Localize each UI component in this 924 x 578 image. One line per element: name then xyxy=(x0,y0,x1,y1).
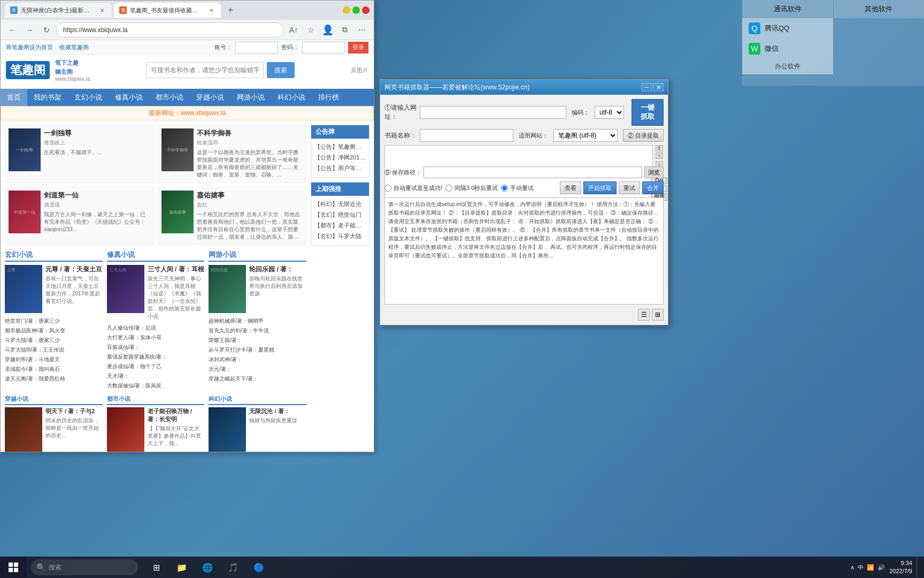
show-desktop-btn[interactable] xyxy=(917,557,920,578)
nav-dushi[interactable]: 都市小说 xyxy=(149,89,190,106)
grid-view-btn[interactable]: ⊞ xyxy=(652,309,664,321)
taskbar-browser-btn[interactable]: 🌐 xyxy=(196,557,219,578)
xiuzhen-list-item-1[interactable]: 凡人修仙传/著：忘语 xyxy=(107,323,205,333)
translate-btn[interactable]: A↑ xyxy=(286,22,301,37)
nav-xuanhuan[interactable]: 玄幻小说 xyxy=(68,89,109,106)
dushi-main[interactable]: 老子能召唤万物 / 著：长安明 【【"脑洞大开"证文大奖赛】参赛作品】叫贯天上下… xyxy=(107,407,205,452)
xuanhuan-list-item-5[interactable]: 穿越剑帝/著：斗地遮天 xyxy=(5,355,103,364)
bookname-input[interactable] xyxy=(420,129,513,142)
account-input[interactable] xyxy=(235,42,278,54)
site-select[interactable]: 笔趣阁 (utf-8) xyxy=(553,129,618,142)
book-card-4[interactable]: 嘉佑嬉事 嘉佑嬉事 血红 一个相互比烂的世界 总有人不欠甘，而他总想着善良和他们… xyxy=(158,187,306,245)
xiuzhen-list-item-6[interactable]: 天才/著： xyxy=(107,371,205,381)
browser-maximize[interactable] xyxy=(352,6,360,14)
book-card-2[interactable]: 不科学御兽 不科学御兽 铃泉流哔 这是一个以御兽为主道的异界世。当时宇携带技能面… xyxy=(158,125,306,182)
tray-arrow[interactable]: ∧ xyxy=(850,564,854,571)
xiuzhen-list-item-4[interactable]: 最强反套路穿越系统/著： xyxy=(107,352,205,362)
wangyou-list-item-5[interactable]: 冰封武神/著： xyxy=(209,355,306,364)
forward-button[interactable]: → xyxy=(22,22,37,37)
xuanhuan-list-item-4[interactable]: 斗罗大陆III/著：王王传说 xyxy=(5,345,103,355)
start-fetch-btn[interactable]: 开始抓取 xyxy=(583,181,617,194)
xuanhuan-list-item-7[interactable]: 凌天元阁/著：我爱西红柿 xyxy=(5,374,103,384)
taskbar-view-btn[interactable]: ⊞ xyxy=(144,557,168,578)
more-btn[interactable]: ⋯ xyxy=(355,22,369,37)
nav-rank[interactable]: 排行榜 xyxy=(312,89,345,106)
clock[interactable]: 9:34 2022/7/9 xyxy=(889,559,912,576)
encoding-select[interactable]: utf-8 xyxy=(595,106,624,119)
rec-item-2[interactable]: 【玄幻】绝世仙门 xyxy=(314,210,366,220)
query-btn[interactable]: 查看 xyxy=(560,181,581,194)
xuanhuan-list-item-2[interactable]: 都市极品医神/著：风火变 xyxy=(5,326,103,336)
manual-retry-radio[interactable] xyxy=(501,185,508,192)
taskbar-music-btn[interactable]: 🎵 xyxy=(221,557,245,578)
url-input[interactable] xyxy=(420,106,566,119)
toolbar2-item-2[interactable]: 收藏笔趣阁 xyxy=(59,43,89,51)
merge-btn[interactable]: 合并 xyxy=(642,181,664,194)
taskbar-edge-btn[interactable]: 🔵 xyxy=(247,557,271,578)
announce-item-2[interactable]: 【公告】净网2014，查... xyxy=(314,153,366,163)
xuanhuan-list-item-6[interactable]: 圣域茹今/著：我叫南石 xyxy=(5,364,103,374)
chuanyue-main[interactable]: 明天下 / 著：子与2 明末的历史的乱混杂，朝称是一段由一世开始的历史... xyxy=(5,407,103,452)
login-button[interactable]: 登录 xyxy=(348,42,368,54)
website-content[interactable]: 笔趣阁 笔下之趣幽玄阁 www.biquwx.la 搜索 原图片 xyxy=(1,55,374,452)
announce-item-3[interactable]: 【公告】用户等级以及... xyxy=(314,163,366,174)
xuanhuan-list-item-3[interactable]: 斗罗大陆/著：唐家三少 xyxy=(5,336,103,345)
new-tab-button[interactable]: + xyxy=(223,3,238,18)
tab-2[interactable]: 笔 笔趣阁_书友最值得收藏的网络... ✕ xyxy=(114,3,221,18)
kehuan-main[interactable]: 无限沉沦 / 著： 钱财与拘留疾患重症 xyxy=(209,407,306,452)
address-bar[interactable] xyxy=(56,22,284,37)
wangyou-list-item-2[interactable]: 首充九元的剑/著：牛牛流 xyxy=(209,326,306,336)
rec-item-4[interactable]: 【玄幻】斗罗大陆 xyxy=(314,231,366,242)
password-input[interactable] xyxy=(302,42,345,54)
xuanhuan-list-item-1[interactable]: 绝世世门/著：唐家三少 xyxy=(5,316,103,326)
taskbar-file-btn[interactable]: 📁 xyxy=(170,557,194,578)
browser-close[interactable] xyxy=(362,6,369,14)
tab-1[interactable]: B 无限神座(白农学士)最新章节无... ✕ xyxy=(5,3,112,18)
rec-item-1[interactable]: 【科幻】无限近沦 xyxy=(314,199,366,210)
xiuzhen-list-item-7[interactable]: 大数据修仙/著：陈风笑 xyxy=(107,381,205,391)
rec-item-3[interactable]: 【都市】老子能召唤万物 xyxy=(314,220,366,231)
search-input[interactable] xyxy=(146,62,264,78)
wangyou-list-item-6[interactable]: 次元/著： xyxy=(209,364,306,374)
list-view-btn[interactable]: ☰ xyxy=(638,309,650,321)
tab1-close[interactable]: ✕ xyxy=(98,6,106,14)
retry-btn[interactable]: 重试 xyxy=(619,181,640,194)
xiuzhen-list-item-2[interactable]: 大打更人/著：实体小哥 xyxy=(107,333,205,343)
interval-retry-radio[interactable] xyxy=(445,185,452,192)
browser-minimize[interactable] xyxy=(343,6,350,14)
xiuzhen-main-book[interactable]: 三寸人间 三寸人间 / 著：耳根 踩先三尺无神明，事心三寸人间，我是耳根《仙逆》… xyxy=(107,265,205,320)
book-card-3[interactable]: 剑道第一仙 剑道第一仙 滴漂瑶 我是万古人间一剑修，诸天之上第一仙，已有完本作品… xyxy=(5,187,153,245)
one-click-btn[interactable]: 一键抓取 xyxy=(632,99,664,126)
wangyou-main-book[interactable]: 轮回乐园 轮回乐园 / 著： 苏晚与轮回乐园在线世界与执行后利用后添加资源 xyxy=(209,265,306,313)
start-button[interactable] xyxy=(0,557,27,578)
search-button[interactable]: 搜索 xyxy=(267,62,295,78)
taskbar-search[interactable]: 🔍 搜索 xyxy=(31,559,138,575)
wangyou-list-item-7[interactable]: 穿越之崛起天下/著： xyxy=(209,374,306,384)
wangyou-list-item-4[interactable]: 从斗罗开打沙卡/著：夏星精 xyxy=(209,345,306,355)
wechat-item[interactable]: W 微信 xyxy=(742,39,833,59)
nav-shelf[interactable]: 我的书架 xyxy=(27,89,68,106)
auto-retry-radio[interactable] xyxy=(384,185,391,192)
bookmark-btn[interactable]: ☆ xyxy=(303,22,318,37)
xiuzhen-list-item-5[interactable]: 逐步成仙/著：独个了乙 xyxy=(107,362,205,371)
book-card-1[interactable]: 一剑独尊 一剑独尊 青莲岐上 生死看淡，不服就干。... xyxy=(5,125,153,182)
scroll-up-btn[interactable]: ↑ xyxy=(656,153,663,159)
toolbar2-item-1[interactable]: 将笔趣阁设为首页 xyxy=(6,43,53,51)
index-fetch-btn[interactable]: ② 目录提取 xyxy=(623,129,664,142)
xiuzhen-list-item-3[interactable]: 百炼成仙/著： xyxy=(107,343,205,352)
nav-xiuzhen[interactable]: 修真小说 xyxy=(109,89,149,106)
nav-kehuan[interactable]: 科幻小说 xyxy=(271,89,312,106)
nav-chuanyue[interactable]: 穿越小说 xyxy=(190,89,230,106)
back-button[interactable]: ← xyxy=(5,22,20,37)
browse-btn[interactable]: 浏览 xyxy=(644,166,664,178)
account-btn[interactable]: 👤 xyxy=(320,22,335,37)
refresh-button[interactable]: ↻ xyxy=(39,22,54,37)
tray-wifi[interactable]: 📶 xyxy=(867,564,874,571)
extension-btn[interactable]: ⧉ xyxy=(337,22,352,37)
nav-home[interactable]: 首页 xyxy=(1,89,27,106)
scroll-top-btn[interactable]: ⇧ xyxy=(656,145,663,151)
tool-close[interactable]: ✕ xyxy=(653,83,664,92)
tab2-close[interactable]: ✕ xyxy=(207,6,215,14)
announce-item-1[interactable]: 【公告】笔趣阁备用网... xyxy=(314,142,366,153)
xuanhuan-main-book[interactable]: 元尊 元尊 / 著：天蚕土豆 吞有一口玄黄气，可在天地日月星，天蚕土豆最新力作，… xyxy=(5,265,103,313)
